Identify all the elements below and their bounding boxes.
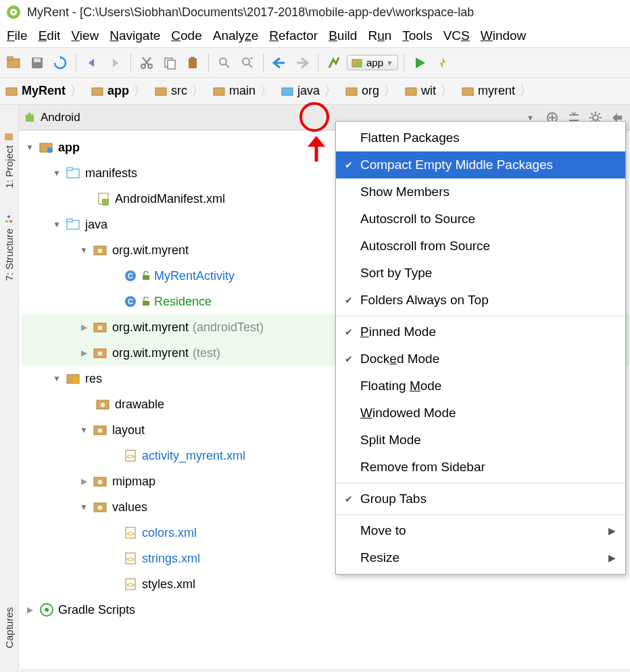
ctx-folders-always-on-top[interactable]: ✔Folders Always on Top <box>336 287 625 314</box>
expand-icon[interactable]: ▶ <box>78 349 89 357</box>
chevron-down-icon: ▼ <box>386 59 393 67</box>
forward-icon[interactable] <box>292 53 312 73</box>
module-icon <box>39 141 54 153</box>
svg-rect-31 <box>462 88 473 95</box>
expand-icon[interactable]: ▼ <box>51 375 62 383</box>
ctx-compact-empty-middle-packages[interactable]: ✔Compact Empty Middle Packages <box>336 151 625 178</box>
run-icon[interactable] <box>410 53 430 73</box>
ctx-flatten-packages[interactable]: Flatten Packages <box>336 124 625 151</box>
menu-build[interactable]: Build <box>329 28 357 43</box>
side-tab-project[interactable]: 1: Project <box>3 132 15 188</box>
back-icon[interactable] <box>269 53 289 73</box>
copy-icon[interactable] <box>160 53 180 73</box>
menu-vcs[interactable]: VCS <box>443 28 470 43</box>
replace-icon[interactable] <box>237 53 258 73</box>
ctx-split-mode[interactable]: Split Mode <box>336 427 625 454</box>
apply-changes-icon[interactable] <box>433 53 453 73</box>
ctx-docked-mode[interactable]: ✔Docked Mode <box>336 345 625 373</box>
expand-icon[interactable]: ▼ <box>78 246 89 254</box>
menu-navigate[interactable]: Navigate <box>110 28 160 43</box>
chevron-right-icon: 〉 <box>70 82 83 100</box>
menu-code[interactable]: Code <box>171 28 201 43</box>
svg-rect-68 <box>143 301 149 306</box>
expand-icon[interactable]: ▶ <box>78 477 89 485</box>
svg-rect-14 <box>191 57 195 59</box>
crumb-wit[interactable]: wit 〉 <box>402 82 459 100</box>
svg-line-16 <box>226 64 229 68</box>
menu-tools[interactable]: Tools <box>402 28 432 43</box>
ctx-floating-mode[interactable]: Floating Mode <box>336 373 625 400</box>
menu-view[interactable]: View <box>71 28 99 43</box>
svg-rect-6 <box>34 58 41 62</box>
ctx-group-tabs[interactable]: ✔Group Tabs <box>336 485 625 512</box>
svg-text:<>: <> <box>126 530 135 537</box>
ctx-pinned-mode[interactable]: ✔Pinned Mode <box>336 318 625 345</box>
menu-analyze[interactable]: Analyze <box>213 28 259 43</box>
menu-refactor[interactable]: Refactor <box>269 28 318 43</box>
class-icon: C <box>123 295 138 308</box>
find-icon[interactable] <box>214 53 235 73</box>
svg-rect-26 <box>155 88 166 95</box>
svg-line-18 <box>249 64 252 68</box>
undo-icon[interactable] <box>82 53 102 73</box>
crumb-app[interactable]: app 〉 <box>89 82 152 100</box>
svg-rect-58 <box>102 199 109 206</box>
svg-point-15 <box>220 58 226 65</box>
menu-edit[interactable]: Edit <box>39 28 61 43</box>
svg-text:<>: <> <box>126 581 135 589</box>
ctx-autoscroll-to-source[interactable]: Autoscroll to Source <box>336 206 625 233</box>
chevron-right-icon: 〉 <box>191 82 205 100</box>
expand-icon[interactable]: ▶ <box>24 606 35 614</box>
cut-icon[interactable] <box>137 53 157 73</box>
crumb-myrent[interactable]: MyRent 〉 <box>3 82 89 100</box>
run-config-selector[interactable]: app ▼ <box>347 55 398 70</box>
expand-icon[interactable]: ▼ <box>78 426 89 434</box>
android-icon <box>23 111 37 124</box>
side-tab-structure[interactable]: 7: Structure <box>3 215 15 281</box>
svg-point-76 <box>101 403 105 407</box>
svg-text:<>: <> <box>126 453 135 460</box>
tree-styles-xml[interactable]: <> styles.xml <box>22 571 630 597</box>
package-icon <box>93 321 108 333</box>
chevron-right-icon: 〉 <box>440 82 454 100</box>
expand-icon[interactable]: ▼ <box>24 143 35 151</box>
crumb-main[interactable]: main 〉 <box>210 82 278 100</box>
expand-icon[interactable]: ▼ <box>51 169 62 177</box>
svg-rect-4 <box>7 57 13 60</box>
svg-text:C: C <box>128 272 133 280</box>
menu-window[interactable]: Window <box>481 28 527 43</box>
side-tool-tabs: 1: Project 7: Structure Captures <box>0 105 19 669</box>
svg-rect-32 <box>5 133 14 140</box>
chevron-down-icon[interactable]: ▼ <box>527 114 534 122</box>
crumb-org[interactable]: org 〉 <box>343 82 402 100</box>
menu-file[interactable]: File <box>7 28 28 43</box>
ctx-remove-from-sidebar[interactable]: Remove from Sidebar <box>336 454 625 481</box>
crumb-java[interactable]: java 〉 <box>278 82 343 100</box>
build-icon[interactable] <box>324 53 344 73</box>
menu-run[interactable]: Run <box>368 28 391 43</box>
ctx-move-to[interactable]: Move to▶ <box>336 517 625 544</box>
open-icon[interactable] <box>4 53 24 73</box>
run-config-label: app <box>366 57 383 68</box>
chevron-right-icon: 〉 <box>133 82 147 100</box>
expand-icon[interactable]: ▼ <box>78 503 89 511</box>
sync-icon[interactable] <box>50 53 70 73</box>
svg-rect-65 <box>143 275 149 280</box>
expand-icon[interactable]: ▶ <box>78 323 89 331</box>
ctx-windowed-mode[interactable]: Windowed Mode <box>336 400 625 427</box>
ctx-resize[interactable]: Resize▶ <box>336 544 625 571</box>
save-icon[interactable] <box>27 53 47 73</box>
svg-rect-13 <box>189 58 197 68</box>
redo-icon[interactable] <box>105 53 125 73</box>
paste-icon[interactable] <box>183 53 203 73</box>
crumb-src[interactable]: src 〉 <box>152 82 210 100</box>
tree-gradle-scripts[interactable]: ▶ Gradle Scripts <box>22 597 630 623</box>
crumb-myrent-pkg[interactable]: myrent 〉 <box>459 82 538 100</box>
ctx-autoscroll-from-source[interactable]: Autoscroll from Source <box>336 233 625 260</box>
svg-point-2 <box>12 11 15 14</box>
ctx-sort-by-type[interactable]: Sort by Type <box>336 260 625 287</box>
svg-point-92 <box>45 608 49 612</box>
side-tab-captures[interactable]: Captures <box>3 607 15 648</box>
expand-icon[interactable]: ▼ <box>51 220 62 229</box>
ctx-show-members[interactable]: Show Members <box>336 178 625 206</box>
